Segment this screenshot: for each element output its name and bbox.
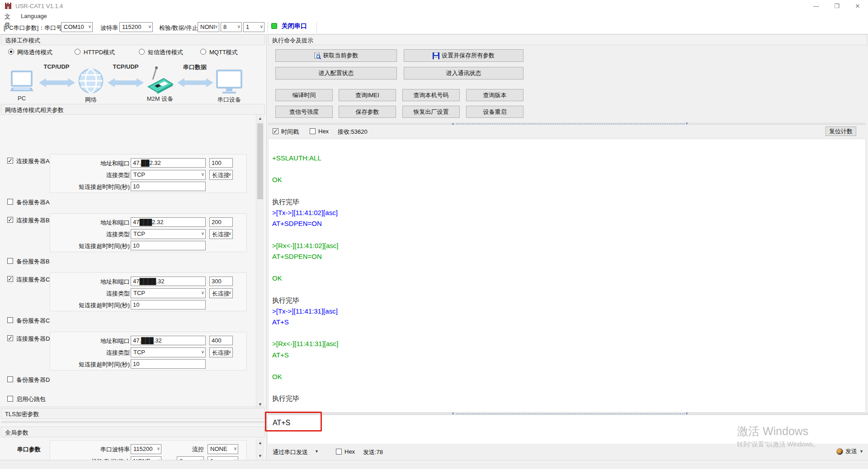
scroll-up-icon[interactable]: ▲ xyxy=(256,439,264,447)
query-signal-button[interactable]: 查信号强度 xyxy=(275,106,333,118)
splitter-triangle-icon: ▲ xyxy=(451,122,455,126)
server-c-keep-select[interactable]: 长连接∨ xyxy=(209,288,233,298)
backup-server-b-checkbox[interactable] xyxy=(7,258,13,264)
parity-select[interactable]: NONI∨ xyxy=(198,22,219,32)
serial-params-fieldset: 串口波特率 115200∨ 流控 NONE∨ 检验/数据/停止 NONE∨ 8∨… xyxy=(50,440,247,460)
scroll-up-icon[interactable]: ▲ xyxy=(256,115,264,122)
server-a-address-input[interactable]: 47.██2.32 xyxy=(131,158,206,168)
server-c-address-input[interactable]: 47████.32 xyxy=(131,277,206,286)
double-arrow-icon xyxy=(108,78,144,88)
connect-server-d-checkbox[interactable] xyxy=(7,335,13,341)
databits-select[interactable]: 8∨ xyxy=(221,22,242,32)
chevron-down-icon[interactable]: ▼ xyxy=(315,449,319,454)
get-params-button[interactable]: 获取当前参数 xyxy=(275,49,397,62)
radio-sms-passthrough[interactable] xyxy=(139,49,145,55)
annotation-red-box xyxy=(265,412,322,431)
scroll-down-icon[interactable]: ▼ xyxy=(256,401,264,408)
flow-select[interactable]: NONE∨ xyxy=(208,444,238,454)
server-a-port-input[interactable]: 100 xyxy=(209,158,233,168)
log-line: AT+SDPEN=ON xyxy=(272,218,338,229)
server-b-port-input[interactable]: 200 xyxy=(209,217,233,227)
send-button[interactable]: 发送 ▼ xyxy=(836,447,863,455)
backup-server-c-label: 备份服务器C xyxy=(16,317,50,325)
server-b-timeout-input[interactable]: 10 xyxy=(131,241,206,250)
server-b-address-input[interactable]: 47███2.32 xyxy=(131,217,206,227)
backup-server-a-checkbox[interactable] xyxy=(7,199,13,205)
log-hex-checkbox[interactable] xyxy=(310,128,316,134)
server-d-fieldset: 地址和端口 47.███.32 400 连接类型 TCP∨ 长连接∨ 短连接超时… xyxy=(50,332,247,371)
com-port-select[interactable]: COM10∨ xyxy=(61,22,93,32)
log-splitter[interactable]: ▲ ▼ xyxy=(268,123,866,125)
restore-button[interactable]: ❐ xyxy=(826,0,847,13)
left-panel-scrollbar[interactable]: ▲ ▼ xyxy=(256,115,264,408)
server-b-keep-select[interactable]: 长连接∨ xyxy=(209,229,233,239)
splitter-handle[interactable] xyxy=(456,413,684,414)
close-button[interactable]: ✕ xyxy=(847,0,868,13)
global-params-scrollbar[interactable]: ▲ ▼ xyxy=(256,439,264,460)
command-panel-header: 执行命令及提示 xyxy=(268,34,867,45)
connect-server-a-label: 连接服务器A xyxy=(16,157,50,165)
send-hex-checkbox[interactable] xyxy=(336,449,342,455)
reset-count-button[interactable]: 复位计数 xyxy=(826,127,856,136)
send-via-serial-button[interactable]: 通过串口发送 xyxy=(273,448,308,456)
connect-server-b-label: 连接服务器B xyxy=(16,216,50,225)
server-c-port-input[interactable]: 300 xyxy=(209,277,233,286)
global-params-header: 全局参数 xyxy=(1,427,265,437)
connect-server-b-checkbox[interactable] xyxy=(7,217,13,223)
log-line: 执行完毕 xyxy=(272,393,338,404)
log-area[interactable]: +SSLAUTH:ALL OK 执行完毕>[Tx->][11:41:02][as… xyxy=(268,139,866,413)
baud-select[interactable]: 115200∨ xyxy=(119,22,153,32)
save-params-button[interactable]: 保存参数 xyxy=(339,106,396,118)
server-a-keep-select[interactable]: 长连接∨ xyxy=(209,170,233,180)
heartbeat-checkbox[interactable] xyxy=(7,396,13,402)
chevron-down-icon: ∨ xyxy=(237,24,241,29)
compile-time-button[interactable]: 编译时间 xyxy=(275,89,333,101)
log-lines: +SSLAUTH:ALL OK 执行完毕>[Tx->][11:41:02][as… xyxy=(272,153,338,404)
enter-config-button[interactable]: 进入配置状态 xyxy=(275,67,397,80)
server-c-type-select[interactable]: TCP∨ xyxy=(131,288,206,298)
flow-label: 流控 xyxy=(127,446,204,454)
server-d-port-input[interactable]: 400 xyxy=(209,336,233,345)
log-line: AT+S xyxy=(272,317,338,328)
query-imei-button[interactable]: 查询IMEI xyxy=(339,89,396,101)
close-serial-button[interactable]: 关闭串口 xyxy=(271,22,307,33)
server-a-timeout-input[interactable]: 10 xyxy=(131,182,206,191)
server-d-keep-select[interactable]: 长连接∨ xyxy=(209,347,233,357)
radio-mqtt[interactable] xyxy=(200,49,206,55)
backup-server-b-label: 备份服务器B xyxy=(16,258,50,266)
radio-net-passthrough[interactable] xyxy=(8,49,14,55)
minimize-button[interactable]: — xyxy=(806,0,826,13)
timestamp-checkbox[interactable] xyxy=(273,128,278,134)
server-c-timeout-input[interactable]: 10 xyxy=(131,300,206,310)
chevron-down-icon[interactable]: ▼ xyxy=(859,449,863,454)
server-d-type-select[interactable]: TCP∨ xyxy=(131,347,206,357)
query-version-button[interactable]: 查询版本 xyxy=(466,89,524,101)
tls-splitter[interactable] xyxy=(1,421,265,423)
server-d-timeout-input[interactable]: 10 xyxy=(131,359,206,369)
server-a-type-select[interactable]: TCP∨ xyxy=(131,170,206,180)
backup-server-a-label: 备份服务器A xyxy=(16,198,50,206)
connect-server-a-checkbox[interactable] xyxy=(7,158,13,164)
serial-databits-select[interactable]: 8∨ xyxy=(177,456,204,460)
send-splitter[interactable]: ▼ ▼ xyxy=(268,413,868,415)
timeout-label: 短连接超时时间(秒) xyxy=(53,361,130,369)
enter-comm-button[interactable]: 进入通讯状态 xyxy=(404,67,524,80)
splitter-handle[interactable] xyxy=(456,123,684,124)
connect-server-c-checkbox[interactable] xyxy=(7,276,13,282)
query-number-button[interactable]: 查询本机号码 xyxy=(402,89,460,101)
scroll-down-icon[interactable]: ▼ xyxy=(256,452,264,460)
serial-stopbits-select[interactable]: 1∨ xyxy=(208,456,238,460)
serial-parity-select[interactable]: NONE∨ xyxy=(131,456,161,460)
device-restart-button[interactable]: 设备重启 xyxy=(466,106,524,118)
server-b-type-select[interactable]: TCP∨ xyxy=(131,229,206,239)
backup-server-d-checkbox[interactable] xyxy=(7,376,13,382)
menu-language[interactable]: Language xyxy=(21,13,47,19)
radio-httpd[interactable] xyxy=(75,49,80,55)
stopbits-select[interactable]: 1∨ xyxy=(243,22,264,32)
set-save-params-button[interactable]: 设置并保存所有参数 xyxy=(404,49,524,62)
backup-server-d-label: 备份服务器D xyxy=(16,376,50,384)
factory-reset-button[interactable]: 恢复出厂设置 xyxy=(402,106,460,118)
server-d-address-input[interactable]: 47.███.32 xyxy=(131,336,206,345)
backup-server-c-checkbox[interactable] xyxy=(7,317,13,323)
scrollbar-thumb[interactable] xyxy=(257,123,263,199)
